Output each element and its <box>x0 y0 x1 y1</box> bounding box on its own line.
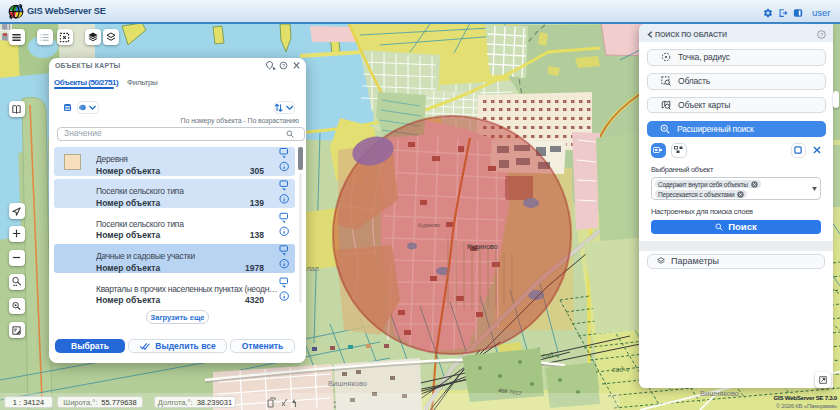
svg-text:?: ? <box>819 31 822 37</box>
svg-text:Кудиново: Кудиново <box>418 222 440 228</box>
svg-text:сад-ч: сад-ч <box>612 366 630 373</box>
svg-text:сад-ч: сад-ч <box>542 352 560 359</box>
svg-text:?: ? <box>282 63 285 69</box>
svg-text:Вишняково: Вишняково <box>700 389 739 398</box>
svg-text:Кудиново: Кудиново <box>467 243 498 251</box>
svg-text:Вишняково: Вишняково <box>328 379 367 388</box>
